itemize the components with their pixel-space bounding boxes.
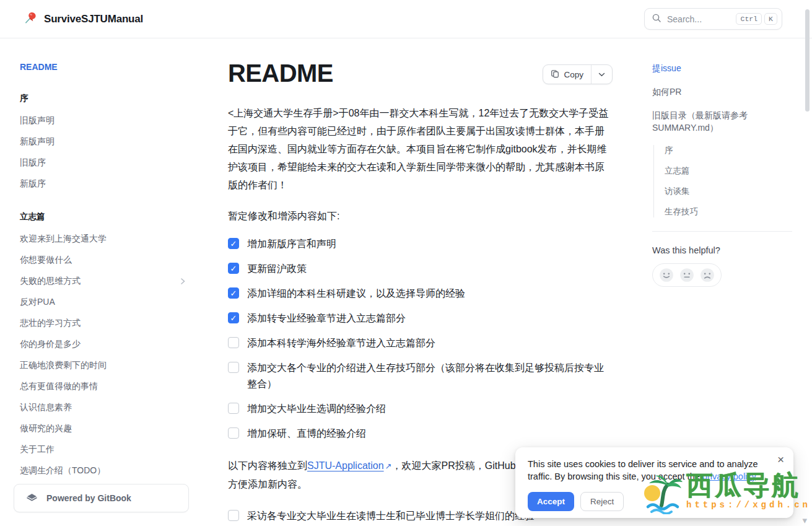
sidebar-item-expandable[interactable]: 失败的思维方式 — [20, 271, 190, 292]
search-input[interactable] — [667, 14, 733, 24]
toc-sub-item[interactable]: 立志篇 — [665, 165, 792, 177]
sidebar-item[interactable]: 总有更值得做的事情 — [20, 376, 190, 397]
external-link-icon: ↗ — [385, 462, 392, 471]
copy-dropdown-button[interactable] — [592, 65, 612, 84]
reject-button[interactable]: Reject — [580, 492, 624, 511]
checklist-item-label: 添加详细的本科生科研建议，以及选择导师的经验 — [247, 286, 465, 302]
neutral-face-icon[interactable] — [679, 267, 695, 283]
sidebar-item-readme[interactable]: README — [20, 58, 190, 76]
checklist-item-label: 采访各专业交大毕业生在读博士生和已毕业博士学长学姐们的经验 — [247, 508, 535, 524]
chevron-down-icon — [598, 72, 605, 77]
sidebar-item[interactable]: 你想要做什么 — [20, 250, 190, 271]
checklist-item: 增加保研、直博的经验介绍 — [228, 426, 613, 442]
checkbox-icon[interactable] — [228, 427, 239, 439]
checkbox-icon[interactable] — [228, 510, 239, 521]
close-icon[interactable]: × — [777, 454, 784, 465]
checklist-primary: ✓增加新版序言和声明 ✓更新留沪政策 ✓添加详细的本科生科研建议，以及选择导师的… — [228, 236, 613, 442]
sidebar-item[interactable]: 新版声明 — [20, 131, 190, 152]
sidebar-item[interactable]: 认识信息素养 — [20, 397, 190, 418]
toc-sub-list: 序 立志篇 访谈集 生存技巧 — [653, 145, 792, 217]
sidebar-item[interactable]: 旧版序 — [20, 152, 190, 173]
sidebar-item-label: 关于工作 — [20, 444, 55, 455]
sidebar-item[interactable]: 反对PUA — [20, 292, 190, 313]
search-icon — [652, 13, 661, 25]
sidebar-item[interactable]: 做研究的兴趣 — [20, 418, 190, 439]
site-title: SurviveSJTUManual — [44, 13, 143, 25]
search-box[interactable]: Ctrl K — [644, 8, 782, 30]
checkbox-icon[interactable]: ✓ — [228, 238, 239, 249]
sidebar-item[interactable]: 正确地浪费剩下的时间 — [20, 355, 190, 376]
checklist-item-label: 添加交大各个专业的介绍进入生存技巧部分（该部分将在收集到足够投稿后按专业整合） — [247, 360, 613, 392]
sidebar-item-label: 欢迎来到上海交通大学 — [20, 234, 107, 245]
page-scrollbar[interactable] — [805, 9, 810, 112]
sidebar-item-label: 正确地浪费剩下的时间 — [20, 360, 107, 371]
feedback-question: Was this helpful? — [652, 245, 792, 255]
link-paragraph-before: 以下内容将独立到 — [228, 460, 307, 471]
checkbox-icon[interactable] — [228, 403, 239, 414]
checkbox-icon[interactable]: ✓ — [228, 287, 239, 299]
sidebar-item[interactable]: 关于工作 — [20, 439, 190, 460]
kbd-k: K — [764, 13, 777, 25]
site-brand[interactable]: SurviveSJTUManual — [24, 11, 143, 27]
frown-face-icon[interactable] — [699, 267, 715, 283]
sidebar-item-label: 你的身价是多少 — [20, 339, 81, 350]
toc-item-issue[interactable]: 提issue — [652, 62, 792, 74]
checklist-item-label: 添加转专业经验章节进入立志篇部分 — [247, 310, 406, 327]
checkbox-icon[interactable] — [228, 337, 239, 348]
checklist-item: 添加本科转学海外经验章节进入立志篇部分 — [228, 335, 613, 351]
cookie-text-after: . — [756, 471, 758, 481]
sidebar-item-label: 选调生介绍（TODO） — [20, 465, 105, 476]
page-outline: 提issue 如何PR 旧版目录（最新版请参考SUMMARY.md） 序 立志篇… — [652, 38, 792, 287]
toc-item-pr[interactable]: 如何PR — [652, 85, 792, 98]
sidebar-item[interactable]: 旧版声明 — [20, 110, 190, 131]
checkbox-icon[interactable] — [228, 362, 239, 373]
sidebar-item-label: 做研究的兴趣 — [20, 423, 72, 434]
page-title: README — [228, 59, 333, 87]
sidebar-item[interactable]: 欢迎来到上海交通大学 — [20, 229, 190, 250]
pushpin-logo-icon — [24, 11, 38, 27]
privacy-policy-link[interactable]: privacy policy — [702, 471, 756, 481]
checkbox-icon[interactable]: ✓ — [228, 263, 239, 274]
gitbook-logo-icon — [25, 491, 38, 506]
sidebar-item[interactable]: 选调生介绍（TODO） — [20, 460, 190, 481]
checkbox-icon[interactable]: ✓ — [228, 312, 239, 323]
feedback-rating — [652, 263, 722, 287]
sidebar-item-label: 认识信息素养 — [20, 402, 72, 413]
copy-button[interactable]: Copy — [543, 64, 613, 84]
intro-paragraph: <上海交通大学生存手册>于08年由一群交大本科生写就，12年过去了无数交大学子受… — [228, 104, 613, 194]
sjtu-application-link[interactable]: SJTU-Application — [307, 460, 384, 471]
copy-icon — [551, 69, 559, 80]
sidebar-item[interactable]: 新版序 — [20, 173, 190, 195]
sidebar-section-lizhi: 立志篇 — [20, 211, 190, 223]
sidebar-item-label: 总有更值得做的事情 — [20, 381, 98, 392]
sidebar-item-label: 旧版序 — [20, 157, 46, 169]
checklist-item: 添加交大各个专业的介绍进入生存技巧部分（该部分将在收集到足够投稿后按专业整合） — [228, 360, 613, 392]
sidebar-item-label: 旧版声明 — [20, 115, 55, 126]
copy-button-label: Copy — [564, 70, 583, 79]
page: SurviveSJTUManual Ctrl K README 序 旧版声明 新… — [0, 0, 812, 526]
toc-item-old-catalog[interactable]: 旧版目录（最新版请参考SUMMARY.md） — [652, 109, 792, 134]
divider — [652, 231, 792, 232]
checklist-item-label: 增加保研、直博的经验介绍 — [247, 426, 366, 442]
checklist-item-label: 更新留沪政策 — [247, 261, 307, 277]
toc-sub-item[interactable]: 序 — [665, 145, 792, 156]
sidebar-item[interactable]: 你的身价是多少 — [20, 334, 190, 355]
toc-sub-item[interactable]: 生存技巧 — [665, 206, 792, 217]
left-sidebar: README 序 旧版声明 新版声明 旧版序 新版序 立志篇 欢迎来到上海交通大… — [0, 39, 211, 526]
todo-heading: 暂定修改和增添内容如下: — [228, 210, 613, 223]
sidebar-item-label: 反对PUA — [20, 297, 55, 308]
toc-sub-item[interactable]: 访谈集 — [665, 186, 792, 197]
corner-caret-icon: ▾ — [802, 515, 807, 526]
chevron-right-icon[interactable] — [180, 278, 186, 285]
smile-face-icon[interactable] — [658, 267, 674, 283]
checklist-item-label: 增加新版序言和声明 — [247, 236, 336, 252]
top-header: SurviveSJTUManual Ctrl K — [0, 0, 812, 38]
sidebar-item-label: 新版声明 — [20, 136, 55, 147]
cookie-text: This site uses cookies to deliver its se… — [528, 458, 771, 483]
sidebar-item[interactable]: 悲壮的学习方式 — [20, 313, 190, 334]
sidebar-item-label: 新版序 — [20, 178, 46, 190]
checklist-item: ✓添加转专业经验章节进入立志篇部分 — [228, 310, 613, 327]
powered-by-gitbook[interactable]: Powered by GitBook — [14, 484, 189, 512]
accept-button[interactable]: Accept — [528, 492, 574, 511]
powered-by-label: Powered by GitBook — [46, 493, 131, 503]
